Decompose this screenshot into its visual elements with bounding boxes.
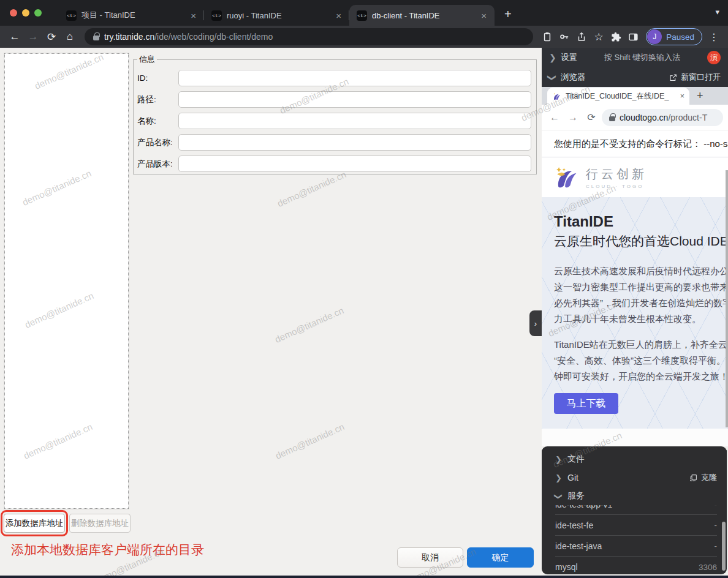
mini-tab-title: TitanIDE_CloudIDE_在线IDE_	[566, 91, 676, 102]
db-client-page: 信息 ID:路径:名称:产品名称:产品版本: 添加数据库地址 删除数据库地址 添…	[0, 48, 542, 578]
key-icon[interactable]	[556, 29, 572, 45]
remove-db-address-button[interactable]: 删除数据库地址	[69, 514, 131, 533]
annotation-text: 添加本地数据库客户端所在的目录	[11, 541, 204, 558]
service-name: mysql	[555, 562, 578, 572]
field-label: 名称:	[137, 116, 178, 127]
add-db-address-button[interactable]: 添加数据库地址	[4, 514, 65, 533]
tab-list: <t>项目 - TitanIDE×<t>ruoyi - TitanIDE×<t>…	[59, 4, 495, 26]
panel-collapse-handle[interactable]: ›	[529, 310, 542, 336]
reload-icon[interactable]: ⟳	[43, 28, 60, 45]
db-address-listbox[interactable]	[4, 53, 129, 509]
home-icon[interactable]: ⌂	[61, 28, 78, 45]
bookmark-star-icon[interactable]: ☆	[591, 29, 607, 45]
service-row[interactable]: ide-test-java-	[555, 536, 717, 557]
mini-forward-icon[interactable]: →	[565, 112, 581, 123]
mini-reload-icon[interactable]: ⟳	[583, 111, 599, 123]
mini-browser-tabstrip: TitanIDE_CloudIDE_在线IDE_ × +	[542, 87, 728, 105]
cancel-button[interactable]: 取消	[397, 547, 463, 568]
git-section-row[interactable]: ❯ Git 克隆	[542, 468, 727, 487]
download-button[interactable]: 马上下载	[554, 393, 618, 414]
browser-toolbar: ← → ⟳ ⌂ try.titanide.cn/ide/web/coding/d…	[0, 26, 728, 48]
titanide-favicon-icon: <t>	[66, 10, 77, 21]
clipboard-icon[interactable]	[539, 29, 555, 45]
brand-name: 行云创新	[586, 166, 647, 182]
field-input[interactable]	[178, 113, 531, 129]
info-legend: 信息	[137, 54, 157, 65]
field-input[interactable]	[178, 70, 531, 86]
close-icon[interactable]: ×	[334, 10, 343, 21]
window-minimize-icon[interactable]	[22, 9, 29, 17]
mini-page-scrollbar[interactable]	[726, 170, 728, 427]
browser-tab[interactable]: <t>项目 - TitanIDE×	[59, 5, 204, 26]
ime-hint: 按 Shift 键切换输入法	[583, 52, 702, 63]
form-row: 产品名称:	[137, 132, 531, 153]
mini-browser-toolbar: ← → ⟳ cloudtogo.cn/product-T	[542, 105, 728, 130]
forward-icon[interactable]: →	[25, 28, 42, 45]
hero-section: TitanIDE 云原生时代您的首选Cloud IDE 云原生技术高速发展和后疫…	[542, 197, 728, 429]
extensions-icon[interactable]	[608, 29, 624, 45]
tab-title: db-client - TitanIDE	[372, 11, 474, 20]
site-header: 行云创新 CLOUD · TOGO	[542, 157, 728, 197]
cloudtogo-favicon-icon	[552, 92, 561, 100]
window-zoom-icon[interactable]	[34, 9, 42, 17]
side-panel-icon[interactable]	[625, 29, 641, 45]
explorer-scrollbar[interactable]	[722, 522, 726, 571]
menu-icon[interactable]: ⋮	[706, 29, 722, 45]
hero-paragraph-2: TitanIDE站在无数巨人的肩膀上，补齐全云端开 “安全、高效、体验”这三个维…	[554, 337, 728, 385]
sandbox-warning-bar: 您使用的是不受支持的命令行标记： --no-sand	[542, 130, 728, 157]
close-icon[interactable]: ×	[680, 92, 684, 100]
open-new-window-icon	[669, 73, 677, 81]
avatar: J	[647, 29, 662, 44]
profile-button[interactable]: J Paused	[646, 28, 702, 45]
chevron-down-icon: ❯	[547, 74, 557, 80]
close-icon[interactable]: ×	[479, 10, 488, 21]
service-row[interactable]: ide-test-app-v1-	[555, 504, 717, 515]
browser-tabstrip: <t>项目 - TitanIDE×<t>ruoyi - TitanIDE×<t>…	[0, 0, 728, 26]
field-input[interactable]	[178, 156, 531, 172]
open-new-window-button[interactable]: 新窗口打开	[669, 72, 721, 83]
service-row[interactable]: mysql3306	[555, 557, 717, 574]
mini-address-bar[interactable]: cloudtogo.cn/product-T	[602, 109, 723, 126]
field-input[interactable]	[178, 91, 531, 108]
git-clone-button[interactable]: 克隆	[689, 472, 717, 483]
bottom-edge-strip	[0, 576, 728, 578]
ide-side-panel: ❯ 设置 按 Shift 键切换输入法 演 ❯ 浏览器 新窗口打开 TitanI…	[542, 48, 728, 578]
form-row: 产品版本:	[137, 153, 531, 175]
address-bar[interactable]: try.titanide.cn/ide/web/coding/db-client…	[85, 28, 533, 45]
share-icon[interactable]	[574, 29, 590, 45]
browser-tab[interactable]: <t>ruoyi - TitanIDE×	[204, 5, 349, 26]
app-window: <t>项目 - TitanIDE×<t>ruoyi - TitanIDE×<t>…	[0, 0, 728, 578]
close-icon[interactable]: ×	[189, 10, 198, 21]
chevron-right-icon: ❯	[549, 53, 555, 62]
explorer-panel: ❯ 文件 ❯ Git 克隆 ❯ 服务 ide-test-app-v1-ide-t…	[542, 446, 727, 574]
chevron-down-icon: ❯	[554, 493, 563, 499]
window-close-icon[interactable]	[10, 9, 17, 17]
mini-new-tab-button[interactable]: +	[697, 89, 703, 102]
back-icon[interactable]: ←	[6, 28, 23, 45]
macos-window-controls[interactable]	[10, 9, 42, 17]
service-name: ide-test-fe	[555, 520, 593, 530]
new-tab-button[interactable]: +	[501, 7, 515, 21]
url-host: try.titanide.cn	[104, 32, 154, 42]
field-label: 产品名称:	[137, 137, 178, 148]
files-section-row[interactable]: ❯ 文件	[542, 450, 727, 468]
service-port: -	[715, 520, 718, 530]
field-input[interactable]	[178, 134, 531, 151]
form-rows: ID:路径:名称:产品名称:产品版本:	[137, 67, 531, 175]
mini-browser-tab[interactable]: TitanIDE_CloudIDE_在线IDE_ ×	[547, 88, 689, 105]
browser-tab[interactable]: <t>db-client - TitanIDE×	[349, 5, 495, 26]
services-section-row[interactable]: ❯ 服务	[542, 487, 727, 505]
confirm-button[interactable]: 确定	[467, 547, 534, 568]
tab-search-chevron-icon[interactable]: ▾	[715, 7, 719, 17]
titanide-favicon-icon: <t>	[357, 10, 367, 21]
service-list: ide-test-app-v1-ide-test-fe-ide-test-jav…	[542, 504, 727, 574]
settings-section-row[interactable]: ❯ 设置 按 Shift 键切换输入法 演	[542, 48, 728, 67]
settings-label: 设置	[561, 52, 577, 63]
service-row[interactable]: ide-test-fe-	[555, 515, 717, 536]
mini-back-icon[interactable]: ←	[547, 112, 563, 123]
service-port: -	[715, 541, 718, 550]
mini-lock-icon	[609, 116, 615, 121]
browser-section-row[interactable]: ❯ 浏览器 新窗口打开	[542, 67, 728, 87]
form-row: ID:	[137, 67, 531, 89]
files-label: 文件	[567, 454, 585, 465]
